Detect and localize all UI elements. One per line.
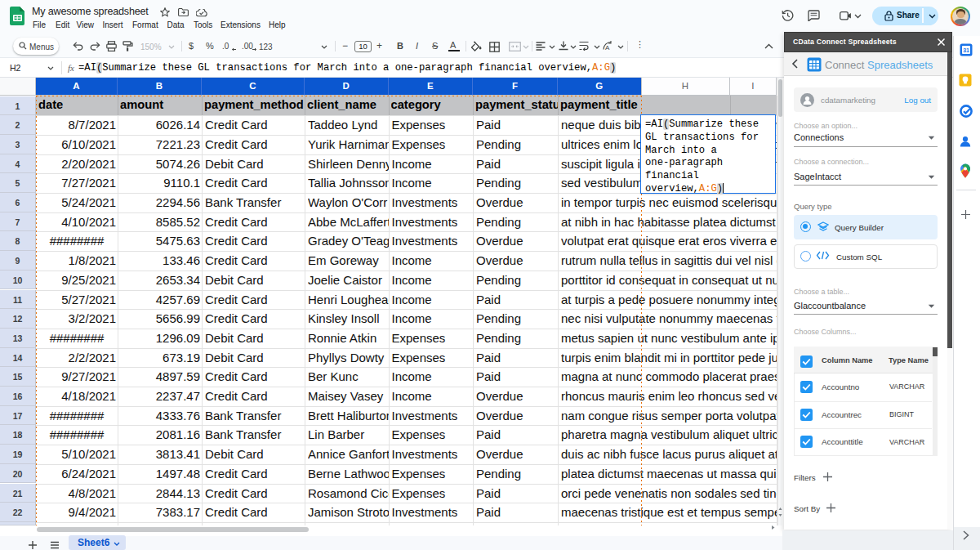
svg-text:31: 31 <box>963 47 969 53</box>
svg-text:A: A <box>605 44 610 51</box>
